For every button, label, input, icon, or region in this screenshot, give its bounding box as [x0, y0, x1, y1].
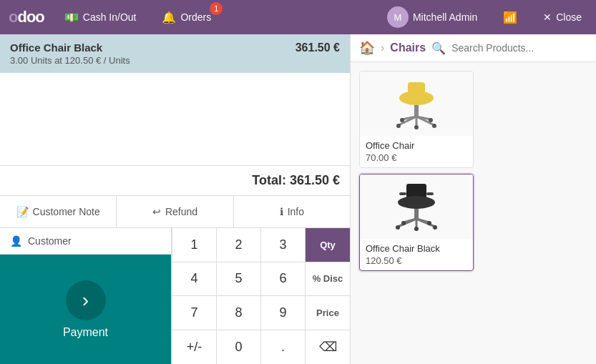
num-8[interactable]: 8 — [217, 296, 261, 330]
avatar: M — [387, 6, 409, 28]
product-office-chair-black-image — [360, 174, 473, 239]
svg-point-10 — [400, 118, 404, 122]
refund-button[interactable]: ↩ Refund — [117, 196, 233, 227]
product-office-chair[interactable]: Office Chair 70.00 € — [359, 71, 474, 168]
wifi-indicator: 📶 — [497, 8, 523, 27]
cash-icon: 💵 — [64, 11, 79, 24]
num-7[interactable]: 7 — [172, 296, 217, 330]
num-plusminus[interactable]: +/- — [172, 330, 217, 365]
svg-point-9 — [432, 124, 436, 128]
breadcrumb-current: Chairs — [390, 41, 426, 54]
svg-point-23 — [396, 225, 400, 230]
cash-in-out-button[interactable]: 💵 Cash In/Out — [59, 8, 142, 27]
svg-rect-2 — [414, 105, 419, 117]
close-button[interactable]: ✕ Close — [537, 9, 587, 26]
wifi-icon: 📶 — [503, 11, 517, 24]
customer-payment-area: 👤 Customer › Payment — [0, 228, 172, 364]
customer-button[interactable]: 👤 Customer — [0, 228, 171, 255]
search-icon: 🔍 — [431, 41, 446, 55]
num-dot[interactable]: . — [261, 330, 306, 365]
svg-point-24 — [433, 225, 437, 230]
product-office-chair-info: Office Chair 70.00 € — [360, 136, 473, 167]
num-9[interactable]: 9 — [261, 296, 306, 330]
svg-point-25 — [401, 221, 406, 225]
svg-point-11 — [429, 118, 433, 122]
note-icon: 📝 — [16, 206, 29, 217]
svg-point-26 — [427, 221, 431, 225]
payment-circle: › — [66, 280, 106, 320]
svg-point-8 — [396, 124, 401, 128]
svg-point-27 — [414, 227, 419, 231]
customer-icon: 👤 — [10, 235, 22, 247]
num-4[interactable]: 4 — [172, 262, 217, 297]
cash-label: Cash In/Out — [83, 11, 137, 23]
customer-label: Customer — [28, 235, 72, 247]
backspace-button[interactable]: ⌫ — [306, 330, 350, 365]
close-icon: ✕ — [543, 11, 552, 23]
svg-rect-15 — [399, 192, 406, 195]
price-button[interactable]: Price — [306, 296, 350, 330]
payment-label: Payment — [63, 326, 108, 339]
product-office-chair-name: Office Chair — [366, 140, 467, 151]
svg-rect-17 — [414, 209, 419, 219]
numpad: 1 2 3 Qty 4 5 6 % Disc 7 8 9 Price +/- 0… — [172, 228, 350, 364]
bottom-section: 👤 Customer › Payment 1 2 3 Qty 4 — [0, 228, 350, 364]
orders-icon: 🔔 — [162, 11, 176, 24]
num-1[interactable]: 1 — [172, 228, 217, 262]
note-label: Customer Note — [33, 206, 100, 217]
action-buttons: 📝 Customer Note ↩ Refund ℹ Info — [0, 195, 350, 228]
product-office-chair-black[interactable]: Office Chair Black 120.50 € — [359, 174, 474, 271]
order-item-detail: 3.00 Units at 120.50 € / Units — [10, 55, 130, 66]
info-label: Info — [288, 206, 304, 217]
qty-button[interactable]: Qty — [306, 228, 350, 262]
num-6[interactable]: 6 — [261, 262, 306, 297]
search-area: 🔍 — [431, 41, 587, 55]
total-label: Total: — [252, 173, 286, 187]
refund-icon: ↩ — [152, 206, 161, 217]
order-area: Office Chair Black 3.00 Units at 120.50 … — [0, 34, 350, 165]
svg-point-14 — [398, 196, 435, 209]
payment-button[interactable]: › Payment — [0, 255, 171, 364]
svg-rect-16 — [426, 192, 434, 195]
orders-label: Orders — [180, 11, 211, 23]
breadcrumb-separator: › — [381, 41, 384, 54]
num-0[interactable]: 0 — [217, 330, 261, 365]
order-item-price: 361.50 € — [295, 41, 340, 54]
disc-button[interactable]: % Disc — [306, 262, 350, 297]
product-office-chair-black-name: Office Chair Black — [366, 243, 467, 254]
num-2[interactable]: 2 — [217, 228, 261, 262]
search-input[interactable] — [451, 42, 587, 54]
order-item-name: Office Chair Black — [10, 41, 130, 54]
num-5[interactable]: 5 — [217, 262, 261, 297]
info-button[interactable]: ℹ Info — [234, 196, 350, 227]
user-menu[interactable]: M Mitchell Admin — [381, 4, 483, 31]
topbar: odoo 💵 Cash In/Out 1 🔔 Orders M Mitchell… — [0, 0, 596, 34]
refund-label: Refund — [165, 206, 197, 217]
total-value: 361.50 € — [290, 173, 340, 187]
payment-arrow-icon: › — [82, 289, 89, 312]
svg-line-5 — [402, 117, 416, 119]
close-label: Close — [556, 11, 582, 23]
svg-rect-1 — [408, 82, 425, 98]
product-office-chair-black-price: 120.50 € — [366, 255, 467, 266]
product-office-chair-black-info: Office Chair Black 120.50 € — [360, 239, 473, 270]
right-panel: 🏠 › Chairs 🔍 — [351, 34, 596, 364]
home-button[interactable]: 🏠 — [359, 40, 375, 56]
products-grid: Office Chair 70.00 € — [351, 62, 596, 364]
customer-note-button[interactable]: 📝 Customer Note — [0, 196, 117, 227]
logo: odoo — [9, 8, 44, 26]
user-name: Mitchell Admin — [413, 11, 477, 23]
svg-line-6 — [416, 117, 431, 119]
orders-button[interactable]: 1 🔔 Orders — [156, 8, 217, 27]
order-item[interactable]: Office Chair Black 3.00 Units at 120.50 … — [0, 34, 350, 73]
product-office-chair-image — [360, 72, 473, 136]
orders-badge: 1 — [210, 2, 223, 15]
order-total: Total: 361.50 € — [0, 165, 350, 195]
main-area: Office Chair Black 3.00 Units at 120.50 … — [0, 34, 596, 364]
svg-point-12 — [414, 125, 419, 129]
product-office-chair-price: 70.00 € — [366, 152, 467, 163]
info-icon: ℹ — [280, 206, 283, 217]
num-3[interactable]: 3 — [261, 228, 306, 262]
left-panel: Office Chair Black 3.00 Units at 120.50 … — [0, 34, 351, 364]
